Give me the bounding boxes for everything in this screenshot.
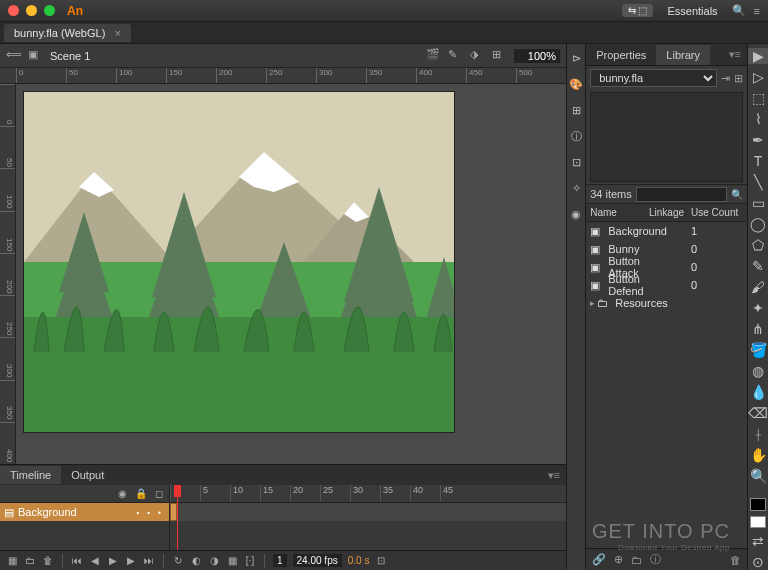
clapboard-icon[interactable]: 🎬 [426,48,442,64]
onion-outline-icon[interactable]: ◑ [208,555,220,567]
fill-color-swatch[interactable] [750,516,766,528]
fit-icon[interactable]: ⊞ [492,48,508,64]
current-frame[interactable]: 1 [273,554,287,567]
library-item[interactable]: ▣Button Defend0 [586,276,747,294]
panel-options-icon[interactable]: ▾≡ [723,48,747,61]
lasso-tool[interactable]: ⌇ [748,111,768,127]
bone-tool[interactable]: ⋔ [748,321,768,337]
prev-frame-icon[interactable]: ◀ [89,555,101,567]
frames-area[interactable]: 151015202530354045 [170,485,566,550]
free-transform-tool[interactable]: ⬚ [748,90,768,106]
search-icon[interactable]: 🔍 [731,189,743,200]
hand-tool[interactable]: ✋ [748,447,768,463]
scroll-frame-icon[interactable]: ⊡ [375,555,387,567]
library-list[interactable]: ▣Background1▣Bunny0▣Button Attack0▣Butto… [586,222,747,548]
marker-icon[interactable]: [·] [244,555,256,567]
library-columns[interactable]: Name Linkage Use Count [586,204,747,222]
new-layer-icon[interactable]: ▦ [6,555,18,567]
tab-output[interactable]: Output [61,466,114,484]
ink-bottle-tool[interactable]: ◍ [748,363,768,379]
timeline-options-icon[interactable]: ▾≡ [542,469,566,482]
cc-libraries-icon[interactable]: ◉ [568,206,584,222]
scene-crumb[interactable]: Scene 1 [50,50,90,62]
delete-icon[interactable]: 🗑 [730,554,741,566]
paint-brush-tool[interactable]: ✦ [748,300,768,316]
library-item[interactable]: ▸🗀Resources [586,294,747,312]
strip-expand-icon[interactable]: ⊳ [568,50,584,66]
playhead[interactable] [177,485,178,550]
layer-row[interactable]: ▤ Background ••▪ [0,503,169,521]
new-folder-icon[interactable]: 🗀 [24,555,36,567]
workspace-switcher[interactable]: Essentials [661,5,723,17]
brush-panel-icon[interactable]: ✧ [568,180,584,196]
back-icon[interactable]: ⟸ [6,48,22,64]
brush-tool[interactable]: 🖌 [748,279,768,295]
fps-field[interactable]: 24.00 fps [293,554,342,567]
tab-properties[interactable]: Properties [586,45,656,65]
keyframe[interactable] [170,503,177,521]
eyedropper-tool[interactable]: 💧 [748,384,768,400]
zoom-tool[interactable]: 🔍 [748,468,768,484]
align-panel-icon[interactable]: ⊞ [568,102,584,118]
visibility-icon[interactable]: ◉ [118,488,127,499]
info-panel-icon[interactable]: ⓘ [568,128,584,144]
line-tool[interactable]: ╲ [748,174,768,190]
zoom-field[interactable]: 100% [514,49,560,63]
canvas-area[interactable] [16,84,566,464]
tab-library[interactable]: Library [656,45,710,65]
polystar-tool[interactable]: ⬠ [748,237,768,253]
eraser-tool[interactable]: ⌫ [748,405,768,421]
pen-tool[interactable]: ✒ [748,132,768,148]
close-tab-icon[interactable]: × [114,27,120,39]
link-icon[interactable]: 🔗 [592,553,606,566]
first-frame-icon[interactable]: ⏮ [71,555,83,567]
search-icon[interactable]: 🔍 [732,4,746,17]
col-usecount[interactable]: Use Count [691,207,747,218]
edit-scene-icon[interactable]: ✎ [448,48,464,64]
frame-track[interactable] [170,503,566,521]
selection-tool[interactable]: ▶ [748,48,768,64]
pin-icon[interactable]: ⇥ [721,72,730,85]
swatches-panel-icon[interactable]: 🎨 [568,76,584,92]
zoom-window-icon[interactable] [44,5,55,16]
library-item[interactable]: ▣Background1 [586,222,747,240]
last-frame-icon[interactable]: ⏭ [143,555,155,567]
properties-icon[interactable]: ⓘ [650,552,661,567]
stage[interactable] [24,92,454,432]
width-tool[interactable]: ⟊ [748,426,768,442]
pencil-tool[interactable]: ✎ [748,258,768,274]
new-library-icon[interactable]: ⊞ [734,72,743,85]
edit-bar: ⟸ ▣ Scene 1 🎬 ✎ ⬗ ⊞ 100% [0,44,566,68]
tab-timeline[interactable]: Timeline [0,466,61,484]
paint-bucket-tool[interactable]: 🪣 [748,342,768,358]
new-symbol-icon[interactable]: ⊕ [614,553,623,566]
edit-multi-icon[interactable]: ▦ [226,555,238,567]
loop-icon[interactable]: ↻ [172,555,184,567]
sync-badge[interactable]: ⇆ ⬚ [622,4,654,17]
minimize-window-icon[interactable] [26,5,37,16]
rectangle-tool[interactable]: ▭ [748,195,768,211]
oval-tool[interactable]: ◯ [748,216,768,232]
delete-layer-icon[interactable]: 🗑 [42,555,54,567]
play-icon[interactable]: ▶ [107,555,119,567]
swap-colors-icon[interactable]: ⇄ [748,533,768,549]
symbol-icon[interactable]: ⬗ [470,48,486,64]
stroke-color-swatch[interactable] [750,498,766,510]
outline-icon[interactable]: ◻ [155,488,163,499]
transform-panel-icon[interactable]: ⊡ [568,154,584,170]
next-frame-icon[interactable]: ▶ [125,555,137,567]
frame-ruler[interactable]: 151015202530354045 [170,485,566,503]
panel-menu-icon[interactable]: ≡ [754,5,760,17]
subselection-tool[interactable]: ▷ [748,69,768,85]
library-search[interactable] [636,187,727,202]
close-window-icon[interactable] [8,5,19,16]
col-name[interactable]: Name [586,207,649,218]
library-document-select[interactable]: bunny.fla [590,69,717,87]
snap-icon[interactable]: ⊙ [748,554,768,570]
new-folder-icon[interactable]: 🗀 [631,554,642,566]
text-tool[interactable]: T [748,153,768,169]
onion-skin-icon[interactable]: ◐ [190,555,202,567]
document-tab[interactable]: bunny.fla (WebGL) × [4,24,131,42]
col-linkage[interactable]: Linkage [649,207,691,218]
lock-icon[interactable]: 🔒 [135,488,147,499]
